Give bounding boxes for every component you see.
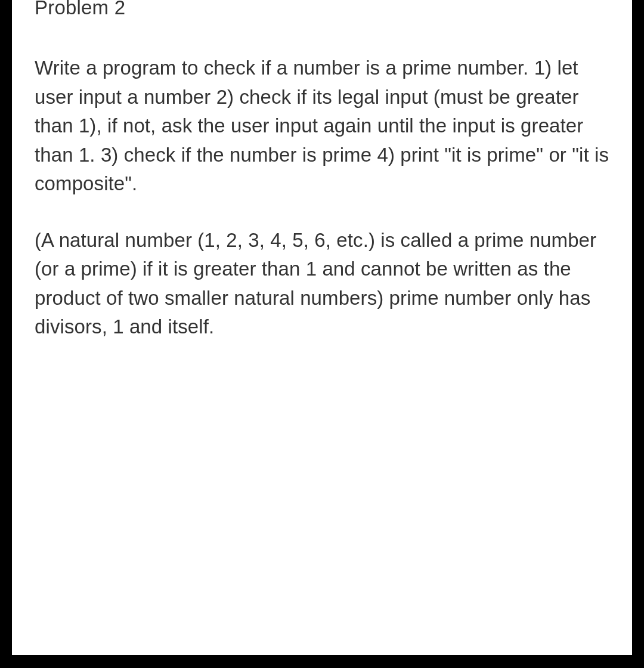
problem-statement: Write a program to check if a number is … xyxy=(35,54,609,199)
problem-explanation: (A natural number (1, 2, 3, 4, 5, 6, etc… xyxy=(35,226,609,342)
document-page: Problem 2 Write a program to check if a … xyxy=(12,0,632,655)
problem-heading: Problem 2 xyxy=(35,0,609,19)
